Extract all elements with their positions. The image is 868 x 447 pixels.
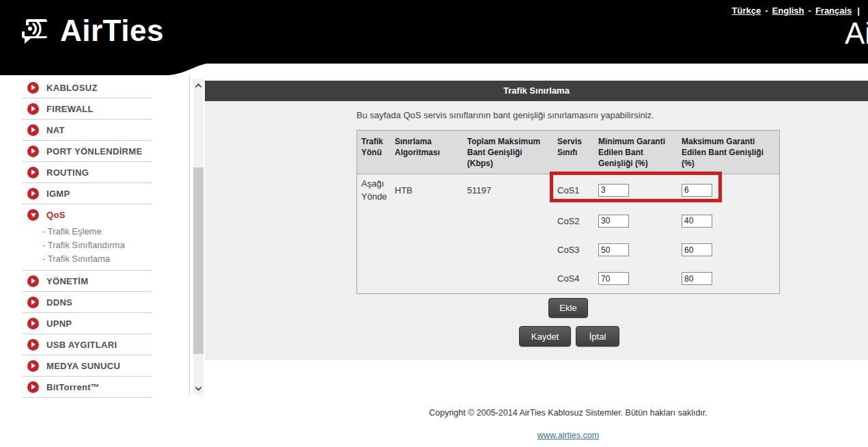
play-circle-icon [27, 360, 39, 372]
sidebar-item-firewall[interactable]: FIREWALL [22, 98, 152, 120]
algorithm-cell: HTB [389, 174, 462, 206]
qos-limit-table: Trafik Yönü Sınırlama Algoritması Toplam… [356, 130, 780, 294]
play-circle-icon [27, 146, 39, 157]
play-circle-icon [27, 124, 39, 136]
scrollbar-thumb[interactable] [193, 167, 204, 354]
copyright-text: Copyright © 2005-2014 AirTies Kablosuz S… [356, 408, 780, 418]
vertical-scrollbar[interactable] [193, 79, 204, 395]
cos4-max-cell [676, 265, 779, 293]
col-header-minimum-garanti: Minimum Garanti Edilen Bant Genişliği (%… [593, 131, 676, 174]
col-header-toplam-maksimum: Toplam Maksimum Bant Genişliği (Kbps) [462, 131, 552, 174]
play-circle-icon [27, 318, 39, 329]
lang-link-francais[interactable]: Français [815, 5, 852, 16]
sidebar-subitem-trafik-siniflandirma[interactable]: - Trafik Sınıflandırma [22, 239, 152, 252]
table-header-row: Trafik Yönü Sınırlama Algoritması Toplam… [357, 131, 779, 174]
airties-logo: AirTies [19, 14, 164, 48]
sidebar-item-yonetim[interactable]: YÖNETİM [22, 271, 152, 292]
chevron-up-icon [195, 83, 202, 90]
chevron-down-icon [195, 384, 202, 391]
total-bandwidth-cell: 51197 [462, 174, 552, 206]
cos3-label: CoS3 [552, 236, 593, 265]
sidebar-item-upnp[interactable]: UPNP [22, 313, 152, 334]
lang-separator: - [765, 5, 768, 16]
cos3-max-input[interactable] [682, 243, 712, 256]
logo-wordmark: AirTies [60, 14, 164, 48]
sidebar-item-usb-aygitlari[interactable]: USB AYGITLARI [22, 334, 152, 355]
device-model-text: Ai [845, 16, 868, 51]
sidebar-item-bittorrent[interactable]: BitTorrent™ [22, 377, 152, 398]
sidebar-item-qos[interactable]: QoS [22, 204, 152, 225]
website-link[interactable]: www.airties.com [537, 431, 599, 440]
col-header-maksimum-garanti: Maksimum Garanti Edilen Bant Genişliği (… [676, 131, 779, 174]
lang-link-turkce[interactable]: Türkçe [732, 5, 761, 16]
cos2-max-input[interactable] [682, 215, 712, 228]
airties-logo-icon [19, 16, 51, 46]
col-header-sinirlama-algoritmasi: Sınırlama Algoritması [389, 131, 462, 174]
cos2-label: CoS2 [552, 206, 593, 236]
play-circle-icon [27, 297, 39, 308]
sidebar-item-port-yonlendirme[interactable]: PORT YÖNLENDİRME [22, 141, 152, 162]
sidebar-item-ddns[interactable]: DDNS [22, 292, 152, 313]
cos1-min-input[interactable] [598, 184, 629, 197]
lang-pipe: | [857, 5, 860, 16]
sidebar-subitem-trafik-sinirlama[interactable]: - Trafik Sınırlama [22, 252, 152, 266]
cancel-button[interactable]: İptal [576, 326, 619, 347]
sidebar-item-kablosuz[interactable]: KABLOSUZ [22, 77, 152, 98]
cos2-min-input[interactable] [598, 215, 629, 228]
play-circle-icon [27, 339, 39, 351]
traffic-direction-cell: Aşağı Yönde [357, 174, 389, 206]
website-link-wrap: www.airties.com [356, 431, 780, 440]
router-admin-page: AirTies Türkçe-English-Français| Ai KABL… [0, 0, 868, 447]
cos2-max-cell [676, 206, 779, 236]
cos3-min-cell [593, 236, 676, 265]
sidebar-nav: KABLOSUZ FIREWALL NAT PORT YÖNLENDİRME R… [22, 77, 152, 398]
add-button[interactable]: Ekle [548, 298, 588, 318]
play-circle-icon [27, 103, 39, 115]
save-button[interactable]: Kaydet [519, 326, 571, 347]
sidebar-item-igmp[interactable]: IGMP [22, 183, 152, 204]
cos1-max-cell [676, 174, 779, 206]
sidebar-subitem-trafik-esleme[interactable]: - Trafik Eşleme [22, 225, 152, 239]
table-body: Aşağı Yönde HTB 51197 CoS1 CoS2 CoS3 CoS… [357, 174, 779, 293]
col-header-servis-sinifi: Servis Sınıfı [552, 131, 593, 174]
col-header-trafik-yonu: Trafik Yönü [357, 131, 389, 174]
play-circle-icon [27, 275, 39, 287]
cos4-max-input[interactable] [682, 272, 712, 285]
cos2-min-cell [593, 206, 676, 236]
lang-link-english[interactable]: English [772, 5, 804, 16]
cos3-min-input[interactable] [598, 243, 629, 256]
lang-separator: - [809, 5, 811, 16]
cos4-label: CoS4 [552, 265, 593, 293]
cos1-label: CoS1 [552, 174, 593, 206]
play-circle-icon [27, 188, 39, 200]
play-circle-icon [27, 381, 39, 393]
expand-circle-icon [27, 209, 39, 221]
sidebar-item-medya-sunucu[interactable]: MEDYA SUNUCU [22, 355, 152, 377]
top-header: AirTies Türkçe-English-Français| Ai [0, 0, 868, 64]
scroll-down-button[interactable] [193, 383, 204, 394]
sidebar-item-routing[interactable]: ROUTING [22, 162, 152, 183]
cos1-min-cell [593, 174, 676, 206]
sidebar-item-nat[interactable]: NAT [22, 120, 152, 141]
header-curve [0, 63, 213, 76]
cos4-min-cell [593, 265, 676, 293]
cos3-max-cell [676, 236, 779, 265]
play-circle-icon [27, 167, 39, 178]
page-title: Trafik Sınırlama [205, 81, 868, 101]
cos1-max-input[interactable] [682, 184, 712, 197]
page-description: Bu sayfada QoS servis sınıflarının bant … [356, 110, 654, 120]
language-bar: Türkçe-English-Français| [732, 5, 860, 16]
scroll-up-button[interactable] [193, 80, 204, 91]
cos4-min-input[interactable] [598, 272, 629, 285]
play-circle-icon [27, 82, 39, 94]
sidebar-divider [189, 75, 190, 395]
sidebar-qos-group: QoS - Trafik Eşleme - Trafik Sınıflandır… [22, 204, 152, 271]
